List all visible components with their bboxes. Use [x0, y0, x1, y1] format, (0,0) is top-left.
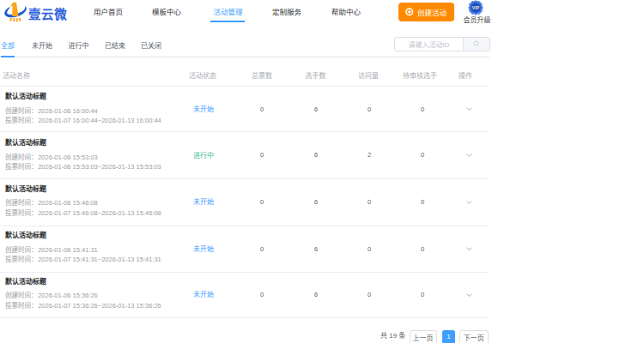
- svg-text:VIP: VIP: [472, 5, 480, 10]
